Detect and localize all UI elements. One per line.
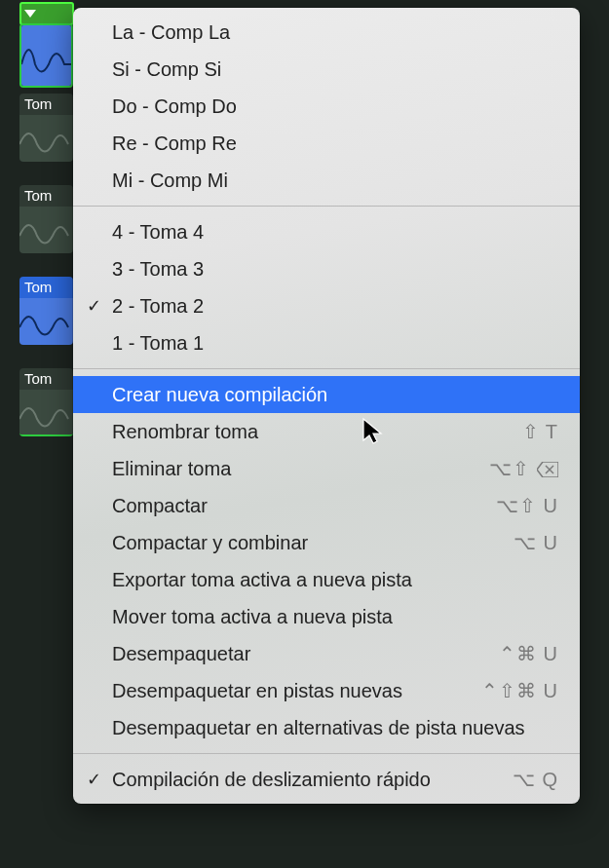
waveform-icon: [19, 207, 73, 253]
take-lane-label: Tom: [19, 94, 73, 115]
menu-item-take[interactable]: 3 - Toma 3: [73, 250, 580, 287]
take-lane-label: Tom: [19, 368, 73, 390]
menu-shortcut: ⇧ T: [522, 420, 558, 443]
menu-item-comp[interactable]: Mi - Comp Mi: [73, 162, 580, 199]
menu-item-label: Desempaquetar: [112, 643, 487, 665]
menu-item-rename-take[interactable]: Renombrar toma ⇧ T: [73, 413, 580, 450]
menu-shortcut: ⌥⇧: [489, 457, 558, 480]
menu-item-comp[interactable]: Do - Comp Do: [73, 88, 580, 125]
menu-item-label: Desempaquetar en alternativas de pista n…: [112, 717, 558, 739]
take-lane-label: Tom: [19, 185, 73, 207]
menu-item-move-active-take[interactable]: Mover toma activa a nueva pista: [73, 598, 580, 635]
menu-item-label: Do - Comp Do: [112, 95, 558, 118]
menu-item-unpack-new-tracks[interactable]: Desempaquetar en pistas nuevas ⌃⇧⌘ U: [73, 672, 580, 709]
menu-item-take[interactable]: ✓ 2 - Toma 2: [73, 287, 580, 324]
menu-item-take[interactable]: 1 - Toma 1: [73, 324, 580, 361]
take-lane-2[interactable]: Tom: [19, 185, 73, 253]
track-area: Tom Tom Tom Tom: [0, 0, 609, 868]
menu-item-label: Mover toma activa a nueva pista: [112, 606, 558, 628]
waveform-icon: [21, 25, 73, 86]
menu-separator: [73, 368, 580, 369]
menu-shortcut: ⌃⇧⌘ U: [481, 679, 558, 702]
menu-item-label: Exportar toma activa a nueva pista: [112, 569, 558, 591]
take-folder-disclosure[interactable]: [19, 2, 74, 25]
menu-separator: [73, 206, 580, 207]
shortcut-modifier-text: ⌥⇧: [489, 458, 530, 479]
menu-item-quick-swipe-comping[interactable]: ✓ Compilación de deslizamiento rápido ⌥ …: [73, 761, 580, 798]
take-folder-context-menu: La - Comp La Si - Comp Si Do - Comp Do R…: [73, 8, 580, 804]
waveform-icon: [19, 390, 73, 436]
menu-item-delete-take[interactable]: Eliminar toma ⌥⇧: [73, 450, 580, 487]
menu-item-label: Crear nueva compilación: [112, 384, 558, 406]
take-folder-region[interactable]: [19, 23, 73, 88]
take-lane-label: Tom: [19, 277, 73, 298]
disclosure-triangle-icon: [24, 10, 36, 18]
menu-item-label: Eliminar toma: [112, 458, 477, 480]
menu-item-label: 2 - Toma 2: [112, 295, 558, 318]
checkmark-icon: ✓: [87, 769, 101, 790]
delete-icon: [537, 462, 558, 477]
menu-item-export-active-take[interactable]: Exportar toma activa a nueva pista: [73, 561, 580, 598]
menu-item-comp[interactable]: Re - Comp Re: [73, 125, 580, 162]
menu-item-label: La - Comp La: [112, 21, 558, 44]
menu-shortcut: ⌥⇧ U: [496, 494, 558, 517]
menu-item-comp[interactable]: Si - Comp Si: [73, 51, 580, 88]
take-lane-1[interactable]: Tom: [19, 94, 73, 162]
menu-item-label: Re - Comp Re: [112, 132, 558, 155]
menu-item-label: Desempaquetar en pistas nuevas: [112, 680, 470, 702]
checkmark-icon: ✓: [87, 295, 101, 317]
menu-item-label: 1 - Toma 1: [112, 332, 558, 355]
menu-item-unpack[interactable]: Desempaquetar ⌃⌘ U: [73, 635, 580, 672]
menu-item-flatten-merge[interactable]: Compactar y combinar ⌥ U: [73, 524, 580, 561]
menu-item-label: 4 - Toma 4: [112, 221, 558, 244]
menu-item-label: Compactar: [112, 495, 484, 517]
take-lane-3[interactable]: Tom: [19, 277, 73, 345]
menu-item-take[interactable]: 4 - Toma 4: [73, 213, 580, 250]
menu-separator: [73, 753, 580, 754]
menu-item-unpack-track-alternatives[interactable]: Desempaquetar en alternativas de pista n…: [73, 709, 580, 746]
waveform-icon: [19, 115, 73, 162]
menu-item-label: Compactar y combinar: [112, 532, 502, 554]
menu-item-label: Mi - Comp Mi: [112, 170, 558, 192]
menu-item-flatten[interactable]: Compactar ⌥⇧ U: [73, 487, 580, 524]
menu-item-comp[interactable]: La - Comp La: [73, 14, 580, 51]
menu-item-create-new-comp[interactable]: Crear nueva compilación: [73, 376, 580, 413]
waveform-icon: [19, 298, 73, 345]
menu-shortcut: ⌃⌘ U: [499, 642, 558, 665]
menu-item-label: Compilación de deslizamiento rápido: [112, 769, 501, 791]
menu-item-label: Renombrar toma: [112, 421, 511, 443]
take-lane-4[interactable]: Tom: [19, 368, 73, 436]
menu-shortcut: ⌥ Q: [513, 768, 558, 791]
menu-item-label: 3 - Toma 3: [112, 258, 558, 281]
menu-shortcut: ⌥ U: [514, 531, 558, 554]
menu-item-label: Si - Comp Si: [112, 58, 558, 81]
